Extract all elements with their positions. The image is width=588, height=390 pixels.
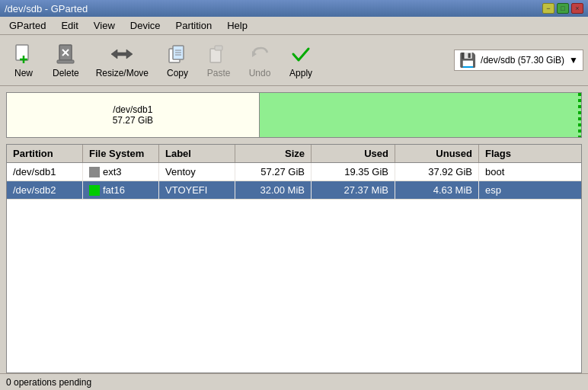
svg-rect-6 [57, 60, 74, 63]
cell-filesystem: ext3 [83, 163, 159, 181]
cell-label: Ventoy [159, 163, 235, 181]
cell-unused: 4.63 MiB [395, 181, 479, 199]
cell-size: 57.27 GiB [235, 163, 312, 181]
disk-icon: 💾 [459, 52, 476, 69]
menu-item-help[interactable]: Help [221, 18, 254, 33]
disk-segment-sdb1: /dev/sdb1 57.27 GiB [7, 93, 260, 137]
column-header-unused: Unused [395, 145, 479, 162]
disk-label: /dev/sdb (57.30 GiB) [481, 55, 564, 66]
new-button[interactable]: New [5, 38, 43, 82]
resize-move-icon [110, 42, 134, 66]
delete-label: Delete [53, 68, 79, 78]
cell-used: 27.37 MiB [312, 181, 395, 199]
disk-visual-border [578, 93, 581, 137]
chevron-down-icon: ▼ [569, 55, 578, 66]
paste-button[interactable]: Paste [200, 38, 238, 82]
resize-move-label: Resize/Move [96, 68, 149, 78]
fs-color-dot [89, 185, 100, 196]
partition-table: PartitionFile SystemLabelSizeUsedUnusedF… [6, 144, 582, 373]
resize-move-button[interactable]: Resize/Move [89, 38, 155, 82]
menu-item-view[interactable]: View [88, 18, 121, 33]
column-header-used: Used [312, 145, 395, 162]
minimize-button[interactable]: − [542, 3, 554, 14]
delete-button[interactable]: Delete [46, 38, 86, 82]
disk-segment-sdb1-label: /dev/sdb1 [113, 104, 152, 115]
copy-icon [165, 42, 190, 66]
undo-icon [248, 42, 272, 66]
column-header-label: Label [159, 145, 235, 162]
table-row[interactable]: /dev/sdb1ext3Ventoy57.27 GiB19.35 GiB37.… [7, 163, 581, 181]
svg-rect-13 [210, 49, 221, 62]
table-body: /dev/sdb1ext3Ventoy57.27 GiB19.35 GiB37.… [7, 163, 581, 372]
cell-flags: esp [479, 181, 581, 199]
fs-color-dot [89, 167, 100, 177]
svg-rect-0 [16, 45, 28, 60]
apply-icon [289, 42, 313, 66]
column-header-size: Size [235, 145, 312, 162]
menu-item-edit[interactable]: Edit [55, 18, 84, 33]
menubar: GPartedEditViewDevicePartitionHelp [0, 17, 588, 35]
apply-button[interactable]: Apply [282, 38, 320, 82]
menu-item-device[interactable]: Device [124, 18, 167, 33]
cell-size: 32.00 MiB [235, 181, 312, 199]
table-header: PartitionFile SystemLabelSizeUsedUnusedF… [7, 145, 581, 163]
new-icon [11, 42, 36, 66]
status-text: 0 operations pending [6, 377, 91, 388]
statusbar: 0 operations pending [0, 373, 588, 390]
new-label: New [14, 68, 33, 78]
maximize-button[interactable]: □ [557, 3, 569, 14]
cell-partition: /dev/sdb2 [7, 181, 83, 199]
paste-icon [206, 42, 231, 66]
delete-icon [53, 42, 78, 66]
menu-item-gparted[interactable]: GParted [3, 18, 52, 33]
cell-used: 19.35 GiB [312, 163, 395, 181]
disk-segment-sdb1-size: 57.27 GiB [113, 115, 153, 126]
column-header-flags: Flags [479, 145, 581, 162]
cell-partition: /dev/sdb1 [7, 163, 83, 181]
cell-filesystem: fat16 [83, 181, 159, 199]
titlebar: /dev/sdb - GParted − □ × [0, 0, 588, 17]
cell-label: VTOYEFI [159, 181, 235, 199]
titlebar-title: /dev/sdb - GParted [5, 3, 88, 14]
column-header-filesystem: File System [83, 145, 159, 162]
undo-label: Undo [249, 68, 271, 78]
cell-flags: boot [479, 163, 581, 181]
disk-segment-sdb2 [260, 93, 581, 137]
close-button[interactable]: × [571, 3, 583, 14]
titlebar-controls: − □ × [542, 3, 583, 14]
disk-visual: /dev/sdb1 57.27 GiB [6, 92, 582, 138]
svg-marker-7 [111, 50, 133, 59]
undo-button[interactable]: Undo [241, 38, 279, 82]
column-header-partition: Partition [7, 145, 83, 162]
menu-item-partition[interactable]: Partition [170, 18, 219, 33]
copy-button[interactable]: Copy [158, 38, 197, 82]
disk-selector[interactable]: 💾 /dev/sdb (57.30 GiB) ▼ [454, 50, 583, 71]
cell-unused: 37.92 GiB [395, 163, 479, 181]
svg-rect-14 [215, 46, 222, 50]
table-row[interactable]: /dev/sdb2fat16VTOYEFI32.00 MiB27.37 MiB4… [7, 181, 581, 200]
apply-label: Apply [289, 68, 312, 78]
copy-label: Copy [167, 68, 188, 78]
toolbar: New Delete Resize/Move [0, 35, 588, 86]
paste-label: Paste [207, 68, 231, 78]
